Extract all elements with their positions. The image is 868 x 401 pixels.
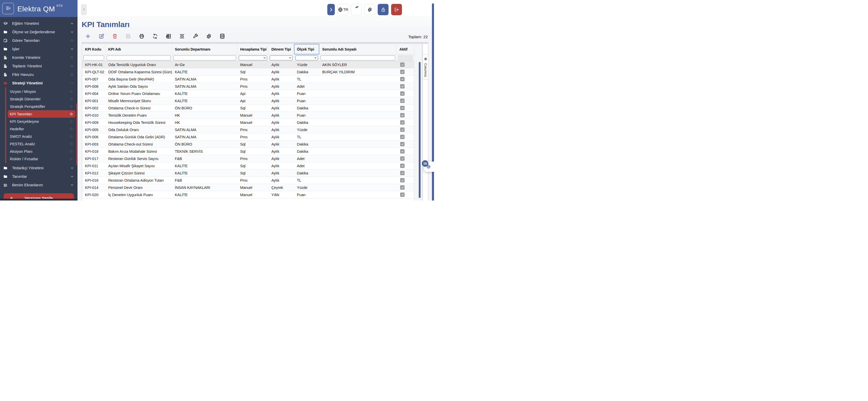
star-icon[interactable] [69,112,73,116]
lock-screen-button[interactable] [378,4,389,15]
table-row[interactable]: KPI-011Açılan Misafir Şikayet SayısıKALİ… [82,162,414,170]
grid-top-scrollbar[interactable] [82,42,428,43]
table-row[interactable]: KPI-010Temizlik Denetim PuanıHKManuelAyl… [82,112,414,119]
table-row[interactable]: KPI-001Misafir Memnuniyet SkoruKALİTEApi… [82,97,414,104]
language-button[interactable]: TR [337,4,348,15]
star-icon[interactable] [70,38,74,42]
tools-button[interactable] [192,33,199,39]
table-row[interactable]: KPI-016Restoran Ortalama Adisyon TutarıF… [82,177,414,184]
data-source-button[interactable] [219,33,225,39]
floating-widget[interactable]: 16 [424,162,434,172]
sidebar-item-i-şler[interactable]: İşler [0,45,78,53]
sidebar-item-kpi-tanımları[interactable]: KPI Tanımları [8,110,75,118]
cell-olcek: Yüzde [294,128,319,132]
table-row[interactable]: KPI-005Oda Doluluk OranıSATIN ALMAPmsAyl… [82,126,414,133]
sidebar-item-vizyon-misyon[interactable]: Vizyon / Misyon [8,88,75,95]
column-chooser-tab[interactable]: Columns [423,55,428,80]
star-icon[interactable] [69,157,73,161]
sidebar-item-toplantı-yönetimi[interactable]: Toplantı Yönetimi [0,62,78,70]
star-icon[interactable] [69,104,73,109]
table-row[interactable]: KPI-014Personel Devir OranıİNSAN KAYNAKL… [82,184,414,191]
star-icon[interactable] [69,149,73,154]
sidebar-item-eğitim-yönetimi[interactable]: Eğitim Yönetimi [0,19,78,28]
sidebar-item-aksiyon-planı[interactable]: Aksiyon Planı [8,147,75,155]
cell-kodu: KPI-001 [82,99,105,103]
sidebar-item-riskler-fırsatlar[interactable]: Riskler / Fırsatlar [8,155,75,163]
column-chooser-panel: Columns [423,44,428,201]
globe-icon [338,7,343,12]
column-header-kpi-kodu[interactable]: KPI Kodu [82,44,105,55]
table-row[interactable]: KPI-HK-01Oda Temizlik Uygunluk OranıAr-G… [82,61,414,68]
table-row[interactable]: KPI-018Bakım Arıza Müdahale SüresiTEKNİK… [82,148,414,155]
column-header-aktif[interactable]: Aktif [397,44,414,55]
row-height-button[interactable] [179,33,185,39]
star-icon[interactable] [70,64,74,68]
sidebar-item-ölçme-ve-değerlendirme[interactable]: Ölçme ve Değerlendirme [0,28,78,36]
filter-select-hesaplama-tipi[interactable] [239,56,268,60]
column-header-kpi-adı[interactable]: KPI Adı [105,44,172,55]
sidebar-item-benim-ekranlarım[interactable]: Benim Ekranlarım [0,180,78,189]
column-header-hesaplama-tipi[interactable]: Hesaplama Tipi [238,44,269,55]
star-icon[interactable] [69,134,73,139]
sidebar-item-görev-tanımları[interactable]: Görev Tanımları [0,36,78,45]
filter-select-dönem-tipi[interactable] [270,56,293,60]
active-checkbox [400,113,405,118]
sidebar-item-fikir-havuzu[interactable]: Fikir Havuzu [0,70,78,79]
grid-settings-button[interactable] [206,33,212,39]
table-row[interactable]: KPI-017Restoran Günlük Servis SayısıF&BP… [82,155,414,162]
refresh-button[interactable] [152,33,158,39]
add-button[interactable] [85,33,91,39]
table-row[interactable]: KPI-004Online Yorum Puanı OrtalamasıKALİ… [82,90,414,97]
column-header-ölçek-tipi[interactable]: Ölçek Tipi [294,44,319,55]
edit-button[interactable] [98,33,104,39]
table-row[interactable]: KPI-006Ortalama Günlük Oda Geliri (ADR)S… [82,133,414,141]
expand-panel-button[interactable] [327,4,335,15]
table-row[interactable]: KPI-020İç Denetim Uygunluk PuanıKALİTEMa… [82,191,414,198]
star-icon[interactable] [69,142,73,146]
table-row[interactable]: KPI-012Şikayet Çözüm SüresiKALİTESqlAylı… [82,170,414,177]
settings-button[interactable] [364,4,375,15]
filter-input-kpi-kodu[interactable] [84,56,104,60]
grid-vertical-scrollbar[interactable] [419,62,421,198]
sidebar-item-stratejik-dönemler[interactable]: Stratejik Dönemler [8,95,75,103]
sidebar-item-tanımlar[interactable]: Tanımlar [0,172,78,180]
active-checkbox [400,156,405,161]
star-icon[interactable] [69,127,73,131]
table-row[interactable]: KPI-009Housekeeping Oda Temizlik SüresiH… [82,119,414,126]
sidebar-item-swot-analiz[interactable]: SWOT Analiz [8,133,75,140]
sidebar-item-komite-yönetimi[interactable]: Komite Yönetimi [0,53,78,62]
column-header-sorumlu-adı-soyadı[interactable]: Sorumlu Adı Soyadı [319,44,397,55]
back-button[interactable] [81,4,87,15]
table-row[interactable]: KPI-QLT-02DOIF Ortalama Kapanma Süresi (… [82,68,414,76]
column-header-dönem-tipi[interactable]: Dönem Tipi [269,44,294,55]
sidebar-item-stratejik-perspektifler[interactable]: Stratejik Perspektifler [8,103,75,110]
star-icon[interactable] [69,90,73,94]
sidebar-collapse-button[interactable] [2,3,14,14]
table-row[interactable]: KPI-008Aylık Satılan Oda SayısıSATIN ALM… [82,83,414,90]
filter-input-sorumlu-departmanı[interactable] [173,56,236,60]
export-excel-button[interactable]: X [165,33,172,39]
star-icon[interactable] [69,120,73,124]
cell-adi: Misafir Memnuniyet Skoru [105,99,172,103]
cell-adi: Restoran Günlük Servis Sayısı [105,157,172,161]
star-icon[interactable] [70,56,74,60]
sidebar-item-strateji-yönetimi[interactable]: Strateji Yönetimi [0,79,78,87]
star-icon[interactable] [70,72,74,77]
table-row[interactable]: KPI-003Ortalama Check-out SüresiÖN BÜROS… [82,141,414,148]
sidebar-item-hedefler[interactable]: Hedefler [8,125,75,133]
sidebar-item-kpi-gerçekleşme[interactable]: KPI Gerçekleşme [8,118,75,125]
filter-select-ölçek-tipi[interactable] [295,56,318,60]
table-row[interactable]: KPI-007Oda Başına Gelir (RevPAR)SATIN AL… [82,76,414,83]
filter-input-sorumlu-adı-soyadı[interactable] [320,56,395,60]
sidebar-scrollbar[interactable] [76,103,77,165]
delete-button[interactable] [112,33,118,39]
logout-button[interactable] [391,4,402,15]
quick-mark-button[interactable] [351,4,362,15]
print-button[interactable] [139,33,145,39]
sidebar-item-pestel-analiz[interactable]: PESTEL Analiz [8,140,75,147]
sidebar-item-tedarikçi-yönetimi[interactable]: Tedarikçi Yönetimi [0,164,78,172]
star-icon[interactable] [69,97,73,101]
column-header-sorumlu-departmanı[interactable]: Sorumlu Departmanı [172,44,238,55]
table-row[interactable]: KPI-002Ortalama Check-in SüresiÖN BÜROSq… [82,104,414,112]
filter-input-kpi-adı[interactable] [107,56,171,60]
